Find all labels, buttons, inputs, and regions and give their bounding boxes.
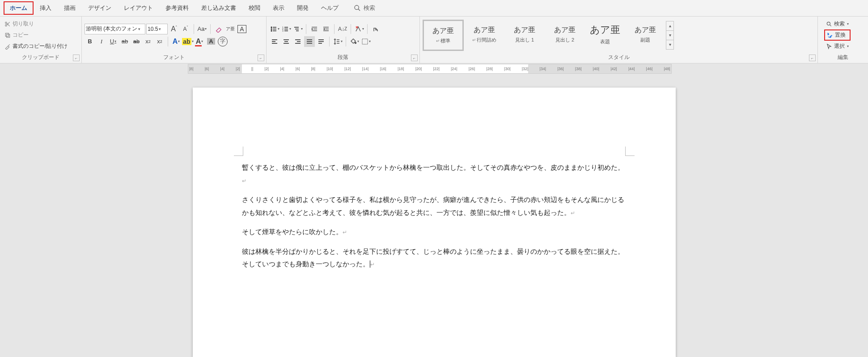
char-border-button[interactable]: A xyxy=(237,24,247,34)
style-heading2[interactable]: あア亜 見出し 2 xyxy=(545,20,584,49)
align-right-button[interactable] xyxy=(292,36,303,47)
styles-group-label: スタイル xyxy=(423,53,815,63)
bold-button[interactable]: B xyxy=(85,36,95,47)
app-window: ホーム 挿入 描画 デザイン レイアウト 参考資料 差し込み文書 校閲 表示 開… xyxy=(0,0,868,357)
gallery-more[interactable]: ▾ xyxy=(666,40,673,49)
bullets-button[interactable]: ▾ xyxy=(269,24,280,34)
ruler-tick: |28| xyxy=(486,67,493,71)
svg-point-10 xyxy=(271,28,272,29)
paragraph[interactable]: さくりさくりと歯切よくやってる様子を、私は横から見守ったが、病癖が進んできたら、… xyxy=(242,193,627,219)
show-marks-button[interactable] xyxy=(370,24,381,34)
subscript-button[interactable]: x2 xyxy=(143,36,153,47)
text-effects-button[interactable]: A▾ xyxy=(171,36,182,47)
gallery-down[interactable]: ▾ xyxy=(666,31,673,40)
multilevel-button[interactable]: ▾ xyxy=(292,24,303,34)
paintbrush-icon xyxy=(4,43,11,50)
ruler-tick: |24| xyxy=(451,67,457,71)
tab-design[interactable]: デザイン xyxy=(82,1,118,15)
align-center-button[interactable] xyxy=(281,36,292,47)
font-name-combo[interactable]: 游明朝 (本文のフォン▾ xyxy=(85,24,145,34)
align-left-button[interactable] xyxy=(269,36,280,47)
format-painter-button[interactable]: 書式のコピー/貼り付け xyxy=(3,42,69,51)
font-launcher[interactable]: ⌐ xyxy=(258,55,264,61)
italic-button[interactable]: I xyxy=(96,36,107,47)
sort-button[interactable]: A↓Z xyxy=(337,24,348,34)
distribute-button[interactable] xyxy=(316,36,326,47)
tell-me-search[interactable]: 検索 xyxy=(354,4,375,12)
paragraph[interactable]: 彼は林檎を半分ばかりかじると、それを足下に投げすてて、じっと棒のように坐ったまま… xyxy=(242,245,627,271)
tab-mailings[interactable]: 差し込み文書 xyxy=(195,1,242,15)
style-normal[interactable]: あア亜 ↵標準 xyxy=(423,20,464,51)
clear-format-button[interactable] xyxy=(213,24,224,34)
superscript-button[interactable]: x2 xyxy=(154,36,165,47)
select-label: 選択 xyxy=(834,42,845,50)
paragraph[interactable]: 暫くすると、彼は俄に立上って、棚のバスケットから林檎を一つ取出した。そしてその真… xyxy=(242,161,627,187)
asian-layout-button[interactable]: ▾ xyxy=(354,24,364,34)
strikethrough-button[interactable]: ab xyxy=(119,36,130,47)
style-subtitle[interactable]: あア亜 副題 xyxy=(626,20,665,49)
cursor-icon xyxy=(826,43,832,50)
styles-launcher[interactable]: ⌐ xyxy=(809,55,816,61)
clipboard-launcher[interactable]: ⌐ xyxy=(73,55,80,61)
ruler-tick: |46| xyxy=(646,67,653,71)
style-preview: あア亜 xyxy=(514,25,535,35)
style-preview: あア亜 xyxy=(432,26,454,36)
change-case-button[interactable]: Aa▾ xyxy=(197,24,207,34)
svg-rect-47 xyxy=(318,43,322,44)
char-shading-button[interactable]: A xyxy=(206,36,216,47)
copy-button[interactable]: コピー xyxy=(3,30,69,40)
svg-point-8 xyxy=(271,26,272,28)
style-preview: あア亜 xyxy=(635,25,656,35)
tab-layout[interactable]: レイアウト xyxy=(118,1,159,15)
phonetic-guide-button[interactable]: ア亜 xyxy=(225,24,236,34)
ruler-tick: |22| xyxy=(433,67,440,71)
find-button[interactable]: 検索▾ xyxy=(824,19,851,29)
svg-rect-39 xyxy=(295,39,301,40)
tab-draw[interactable]: 描画 xyxy=(58,1,82,15)
horizontal-ruler[interactable]: |8||6||4||2||||2||4||6||8||10||12||14||1… xyxy=(188,64,672,74)
ruler-tick: |10| xyxy=(326,67,333,71)
justify-button[interactable] xyxy=(304,36,315,47)
svg-rect-20 xyxy=(294,27,299,28)
font-size-combo[interactable]: 10.5▾ xyxy=(146,24,168,34)
page[interactable]: 暫くすると、彼は俄に立上って、棚のバスケットから林檎を一つ取出した。そしてその真… xyxy=(193,88,676,357)
numbering-button[interactable]: 123▾ xyxy=(281,24,292,34)
tab-review[interactable]: 校閲 xyxy=(242,1,267,15)
paragraph-launcher[interactable]: ⌐ xyxy=(411,55,418,61)
paragraph[interactable]: そして煙草をやたらに吹かした。↵ xyxy=(242,226,627,239)
svg-line-1 xyxy=(358,9,360,11)
style-heading1[interactable]: あア亜 見出し 1 xyxy=(505,20,544,49)
ruler-tick: |42| xyxy=(610,67,617,71)
select-button[interactable]: 選択▾ xyxy=(824,42,851,51)
shading-button[interactable]: ▾ xyxy=(349,36,360,47)
tab-insert[interactable]: 挿入 xyxy=(34,1,58,15)
tab-developer[interactable]: 開発 xyxy=(291,1,315,15)
font-color-button[interactable]: A▾ xyxy=(194,36,205,47)
line-spacing-button[interactable]: ▾ xyxy=(332,36,343,47)
cut-button[interactable]: 切り取り xyxy=(3,19,69,29)
tab-home[interactable]: ホーム xyxy=(4,1,34,15)
svg-rect-43 xyxy=(307,41,312,42)
replace-icon: bc xyxy=(827,32,833,38)
svg-line-55 xyxy=(830,25,831,26)
shrink-font-button[interactable]: Aˇ xyxy=(180,24,191,34)
tab-view[interactable]: 表示 xyxy=(267,1,291,15)
style-caption: 副題 xyxy=(640,37,650,43)
gallery-scroll: ▴ ▾ ▾ xyxy=(666,21,674,50)
replace-button[interactable]: bc 置換 xyxy=(824,29,851,41)
borders-button[interactable]: ▾ xyxy=(360,36,371,47)
svg-marker-28 xyxy=(323,28,325,30)
highlight-button[interactable]: ab▾ xyxy=(182,36,193,47)
font-size-value: 10.5 xyxy=(148,26,158,32)
tab-references[interactable]: 参考資料 xyxy=(159,1,195,15)
decrease-indent-button[interactable] xyxy=(309,24,320,34)
style-title[interactable]: あア亜 表題 xyxy=(585,20,625,49)
increase-indent-button[interactable] xyxy=(321,24,331,34)
grow-font-button[interactable]: Aˆ xyxy=(169,24,179,34)
style-nospacing[interactable]: あア亜 ↵行間詰め xyxy=(465,20,504,49)
gallery-up[interactable]: ▴ xyxy=(666,21,673,31)
enclose-char-button[interactable]: 字 xyxy=(217,36,228,47)
tab-help[interactable]: ヘルプ xyxy=(315,1,345,15)
underline-button[interactable]: U▾ xyxy=(108,36,119,47)
double-strike-button[interactable]: ab xyxy=(131,36,142,47)
